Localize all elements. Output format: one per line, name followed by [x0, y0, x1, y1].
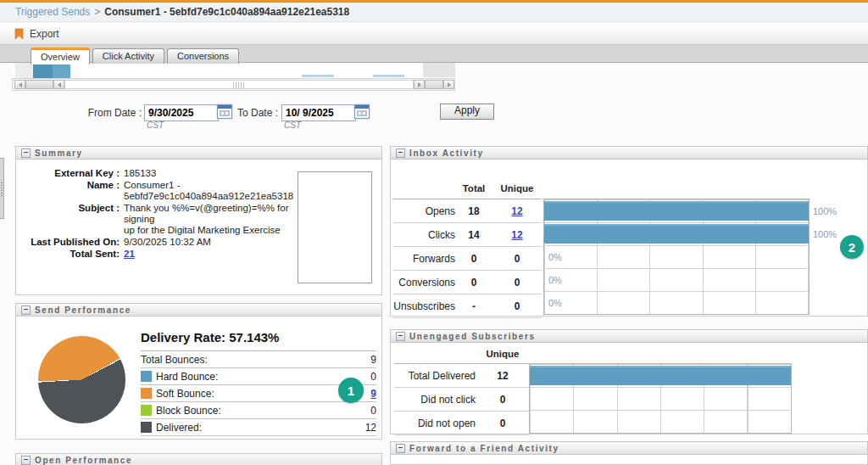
- row-label: Total Delivered: [394, 370, 476, 382]
- scroll-left-button[interactable]: [14, 80, 25, 89]
- collapse-minus-icon[interactable]: [396, 444, 405, 453]
- collapse-minus-icon[interactable]: [396, 332, 405, 341]
- timeline-bar-small: [373, 75, 404, 77]
- export-button[interactable]: Export: [0, 23, 868, 44]
- panel-splitter-handle[interactable]: [0, 158, 4, 219]
- table-row: Delivered:12: [141, 419, 376, 436]
- unique-value: 0: [492, 300, 542, 312]
- row-label: Conversions: [392, 277, 455, 289]
- breadcrumb-link-triggered-sends[interactable]: Triggered Sends: [15, 6, 90, 18]
- unique-value: 0: [476, 417, 530, 429]
- tab-click-activity[interactable]: Click Activity: [92, 48, 164, 64]
- col-unique: Unique: [492, 183, 542, 193]
- row-label: Block Bounce:: [156, 405, 370, 417]
- field-value: 9/30/2025 10:32 AM: [120, 237, 314, 248]
- breadcrumb: Triggered Sends>Consumer1 - 5ebfd7e9c1c0…: [0, 3, 868, 22]
- field-label: External Key :: [23, 168, 120, 179]
- table-row: Did not open0: [394, 412, 530, 435]
- right-arrow-icon: [418, 82, 424, 87]
- timeline-bar-small: [302, 75, 334, 77]
- total-value: 0: [455, 277, 492, 289]
- row-value: 9: [370, 354, 376, 366]
- inbox-activity-bar-chart: 100% 100% 0% 0% 0%: [543, 199, 810, 315]
- scroll-left-button-2[interactable]: [53, 80, 64, 89]
- row-label: Hard Bounce:: [156, 371, 370, 383]
- collapse-minus-icon[interactable]: [21, 456, 31, 465]
- row-value: 0: [370, 371, 376, 383]
- timeline-cell: [15, 63, 33, 78]
- field-value: Consumer1 - 5ebfd7e9c1c040a894aa912e21ea…: [120, 180, 314, 202]
- field-label: Subject :: [23, 203, 120, 236]
- pct-label: 100%: [813, 206, 837, 216]
- delivered-swatch: [141, 422, 152, 433]
- total-sent-link[interactable]: 21: [124, 249, 135, 259]
- summary-fields: External Key :185133 Name :Consumer1 - 5…: [23, 168, 314, 261]
- field-value: Thank you %%=v(@greeting)=%% for signing…: [120, 203, 314, 236]
- field-label: Last Published On:: [23, 237, 120, 248]
- soft-bounce-count-link[interactable]: 9: [370, 388, 376, 400]
- unengaged-bar-chart: [529, 363, 792, 434]
- unique-opens-link[interactable]: 12: [511, 205, 522, 217]
- collapse-minus-icon[interactable]: [21, 148, 31, 158]
- table-row: Unsubscribes-0: [392, 294, 542, 318]
- total-value: 14: [455, 229, 492, 241]
- from-date-input[interactable]: [144, 104, 219, 121]
- row-value: 0: [370, 405, 376, 417]
- from-date-label: From Date :: [51, 107, 142, 119]
- total-value: 0: [455, 253, 492, 265]
- summary-panel-header: Summary: [15, 146, 382, 160]
- table-row: Did not click0: [394, 388, 530, 412]
- total-value: 18: [455, 205, 492, 217]
- delivery-pie-chart: [38, 336, 125, 423]
- row-label: Did not click: [394, 394, 476, 406]
- row-label: Forwards: [392, 253, 455, 265]
- summary-field-row: Subject :Thank you %%=v(@greeting)=%% fo…: [23, 203, 314, 236]
- tab-bar: Overview Click Activity Conversions: [31, 46, 239, 64]
- total-delivered-bar: [530, 366, 791, 385]
- unique-value: 0: [476, 394, 530, 406]
- inbox-activity-panel-header: Inbox Activity: [390, 146, 868, 160]
- apply-button[interactable]: Apply: [440, 104, 494, 120]
- col-unique: Unique: [476, 349, 530, 359]
- annotation-badge-1: 1: [338, 378, 364, 403]
- scrollbar-track[interactable]: [64, 80, 414, 89]
- open-performance-title: Open Performance: [35, 456, 132, 465]
- summary-field-row: External Key :185133: [23, 168, 314, 179]
- inbox-activity-table: TotalUnique Opens1812 Clicks1412 Forward…: [392, 178, 542, 318]
- collapse-minus-icon[interactable]: [21, 305, 31, 315]
- timeline-scrollbar[interactable]: [12, 78, 455, 91]
- tab-conversions[interactable]: Conversions: [167, 48, 239, 64]
- to-date-calendar-icon[interactable]: [354, 104, 370, 119]
- range-thumb-left[interactable]: [25, 80, 53, 89]
- scroll-right-button-2[interactable]: [443, 80, 454, 89]
- table-row: Total Delivered12: [394, 364, 530, 388]
- tab-overview[interactable]: Overview: [31, 48, 90, 64]
- left-arrow-icon: [16, 82, 22, 87]
- scroll-right-button[interactable]: [414, 80, 425, 89]
- unique-clicks-link[interactable]: 12: [511, 229, 522, 241]
- hard-bounce-swatch: [141, 371, 152, 382]
- row-label: Opens: [392, 205, 455, 217]
- table-row: Block Bounce:0: [141, 402, 376, 419]
- left-arrow-icon: [55, 82, 61, 87]
- timeline-bar: [33, 63, 53, 78]
- pct-label: 0%: [548, 275, 562, 285]
- row-label: Delivered:: [156, 422, 365, 434]
- breadcrumb-current: Consumer1 - 5ebfd7e9c1c040a894aa912e21ea…: [104, 6, 349, 18]
- send-performance-title: Send Performance: [35, 305, 131, 315]
- to-date-input[interactable]: [281, 104, 356, 121]
- unengaged-panel-header: Unengaged Subscribers: [390, 329, 868, 343]
- table-row: Forwards00: [392, 247, 542, 271]
- block-bounce-swatch: [141, 405, 152, 416]
- range-thumb-right[interactable]: [425, 80, 443, 89]
- right-arrow-icon: [448, 82, 453, 87]
- breadcrumb-separator: >: [94, 6, 100, 18]
- table-row: Clicks1412: [392, 223, 542, 247]
- grip-handle-icon[interactable]: [233, 82, 245, 88]
- unengaged-table: Unique Total Delivered12 Did not click0 …: [394, 345, 530, 435]
- table-row: Opens1812: [392, 199, 542, 223]
- table-header-row: TotalUnique: [392, 178, 542, 199]
- pct-label: 100%: [813, 229, 837, 239]
- timeline-offrange-block: [423, 63, 455, 77]
- collapse-minus-icon[interactable]: [396, 148, 405, 158]
